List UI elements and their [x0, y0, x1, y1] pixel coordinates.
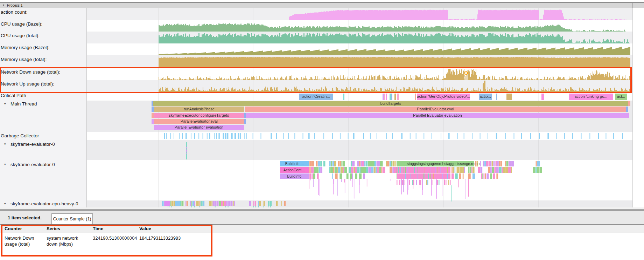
cell-series: system network down (Mbps)	[47, 235, 90, 247]
track-label-cpu-usage-total[interactable]: CPU usage (total):	[1, 33, 40, 38]
expander-arrow-icon[interactable]: ▾	[4, 163, 6, 166]
track-label-panel: action count:CPU usage (Bazel):CPU usage…	[0, 8, 87, 207]
track-label-main-thread[interactable]: Main Thread	[10, 101, 37, 107]
column-header-counter: Counter	[5, 226, 44, 231]
tab-counter-sample[interactable]: Counter Sample (1)	[51, 213, 93, 224]
track-label-network-up-usage-total[interactable]: Network Up usage (total):	[1, 81, 54, 87]
track-label-memory-usage-bazel[interactable]: Memory usage (Bazel):	[1, 45, 50, 50]
process-title: Process 1	[7, 4, 22, 7]
track-label-critical-path[interactable]: Critical Path	[1, 93, 26, 98]
cell-time: 324190.51300000004	[93, 235, 136, 241]
track-label-skyframe-evaluator-0[interactable]: skyframe-evaluator-0	[10, 142, 55, 147]
table-header-row: Counter Series Time Value	[0, 224, 644, 233]
track-label-skyframe-evaluator-cpu-heavy-0[interactable]: skyframe-evaluator-cpu-heavy-0	[10, 201, 78, 206]
header-divider	[632, 3, 633, 8]
trace-viewer: ▾ Process 1 action count:CPU usage (Baze…	[0, 0, 644, 260]
track-label-memory-usage-total[interactable]: Memory usage (total):	[1, 57, 47, 62]
cell-value: 184.1793113323983	[139, 235, 209, 241]
track-label-skyframe-evaluator-0[interactable]: skyframe-evaluator-0	[10, 162, 55, 167]
track-label-action-count[interactable]: action count:	[1, 9, 28, 15]
column-header-value: Value	[139, 226, 209, 231]
process-header[interactable]: ▾ Process 1	[0, 3, 644, 8]
timeline-canvas[interactable]	[0, 0, 644, 207]
details-panel: 1 item selected. Counter Sample (1) Coun…	[0, 211, 644, 260]
selection-status: 1 item selected.	[8, 215, 42, 220]
cell-counter: Network Down usage (total)	[5, 235, 44, 247]
expander-arrow-icon[interactable]: ▾	[4, 202, 6, 205]
track-label-garbage-collector[interactable]: Garbage Collector	[1, 133, 39, 138]
collapse-arrow-icon[interactable]: ▾	[3, 4, 4, 7]
details-tab-bar: 1 item selected. Counter Sample (1)	[0, 211, 644, 224]
column-header-time: Time	[93, 226, 136, 231]
expander-arrow-icon[interactable]: ▾	[4, 102, 6, 105]
track-label-cpu-usage-bazel[interactable]: CPU usage (Bazel):	[1, 21, 42, 27]
expander-arrow-icon[interactable]: ▾	[4, 142, 6, 146]
track-label-network-down-usage-total[interactable]: Network Down usage (total):	[1, 69, 60, 75]
column-header-series: Series	[47, 226, 90, 231]
time-ruler[interactable]	[0, 0, 644, 2]
